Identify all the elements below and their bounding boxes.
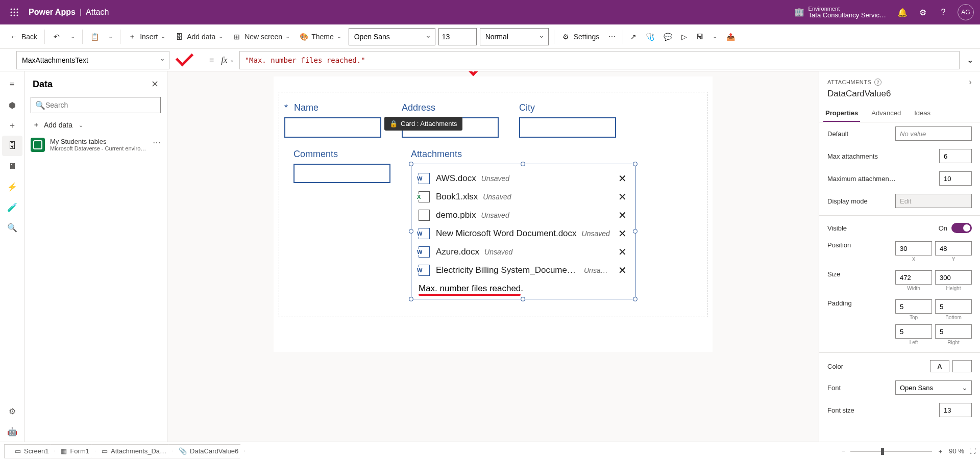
formula-expand-button[interactable]: ⌄ — [960, 55, 980, 65]
prop-padright-input[interactable] — [935, 324, 972, 339]
form[interactable]: Name Address 🔒 Card : Attachments City — [279, 92, 707, 317]
resize-handle[interactable] — [409, 229, 413, 234]
undo-button[interactable]: ↶ — [48, 27, 65, 46]
publish-button[interactable]: 📤 — [722, 27, 739, 46]
canvas-area[interactable]: Name Address 🔒 Card : Attachments City — [167, 71, 819, 442]
resize-handle[interactable] — [521, 297, 525, 301]
prop-y-input[interactable] — [935, 241, 972, 255]
breadcrumb-value[interactable]: 📎DataCardValue6 — [168, 444, 245, 458]
back-label: Back — [21, 33, 37, 41]
paste-menu[interactable]: ⌄ — [104, 27, 117, 46]
product-name[interactable]: Power Apps — [29, 8, 76, 17]
waffle-icon[interactable] — [6, 4, 22, 20]
property-select[interactable] — [16, 51, 169, 69]
paste-button[interactable]: 📋 — [86, 27, 103, 46]
prop-padbottom-input[interactable] — [935, 299, 972, 314]
attachments-control[interactable]: AWS.docxUnsaved✕Book1.xlsxUnsaved✕demo.p… — [411, 164, 635, 299]
settings-gear-icon[interactable]: ⚙ — [913, 2, 933, 22]
breadcrumb-form[interactable]: ▦Form1 — [50, 444, 96, 458]
insert-button[interactable]: ＋Insert⌄ — [124, 27, 169, 46]
back-button[interactable]: ←Back — [5, 27, 41, 46]
prop-width-input[interactable] — [895, 270, 932, 285]
remove-attachment-icon[interactable]: ✕ — [615, 264, 630, 276]
prop-font-color[interactable]: A — [930, 360, 949, 372]
resize-handle[interactable] — [633, 162, 638, 166]
prop-height-input[interactable] — [935, 270, 972, 285]
settings-button[interactable]: ⚙Settings — [557, 27, 604, 46]
theme-button[interactable]: 🎨Theme⌄ — [295, 27, 346, 46]
checker-button[interactable]: 🩺 — [642, 27, 658, 46]
data-search[interactable]: 🔍 — [31, 97, 161, 113]
zoom-in-button[interactable]: ＋ — [937, 447, 944, 456]
zoom-out-button[interactable]: − — [842, 447, 846, 455]
undo-menu[interactable]: ⌄ — [66, 27, 79, 46]
font-weight-select[interactable] — [480, 28, 549, 45]
data-search-input[interactable] — [45, 101, 156, 109]
remove-attachment-icon[interactable]: ✕ — [615, 172, 630, 185]
rail-media[interactable]: 🖥 — [2, 156, 22, 176]
resize-handle[interactable] — [633, 297, 638, 301]
city-input[interactable] — [519, 117, 616, 138]
rail-power-automate[interactable]: ⚡ — [2, 176, 22, 197]
prop-fill-color[interactable] — [952, 360, 972, 372]
play-button[interactable]: ▷ — [677, 27, 691, 46]
rail-variables[interactable]: 🧪 — [2, 197, 22, 217]
font-size-input[interactable] — [438, 28, 477, 45]
resize-handle[interactable] — [521, 162, 525, 166]
add-data-button[interactable]: 🗄Add data⌄ — [170, 27, 227, 46]
prop-default-input[interactable] — [895, 126, 972, 141]
prop-visible-toggle[interactable] — [951, 223, 972, 233]
rail-data[interactable]: 🗄 — [2, 136, 22, 156]
formula-input[interactable] — [239, 51, 960, 69]
info-icon[interactable]: ? — [874, 79, 881, 86]
data-source-item[interactable]: My Students tables Microsoft Dataverse -… — [24, 134, 167, 156]
environment-picker[interactable]: 🏢 Environment Tata Consultancy Servic… — [794, 6, 886, 19]
app-canvas[interactable]: Name Address 🔒 Card : Attachments City — [274, 76, 713, 352]
rail-virtual-agent[interactable]: 🤖 — [2, 421, 22, 442]
attachment-row: demo.pbixUnsaved✕ — [419, 206, 635, 224]
save-menu[interactable]: ⌄ — [708, 27, 721, 46]
prop-maxatt-input[interactable] — [939, 149, 972, 163]
fx-menu[interactable]: ⌄ — [230, 57, 234, 63]
rail-insert[interactable]: ⬢ — [2, 95, 22, 115]
remove-attachment-icon[interactable]: ✕ — [615, 246, 630, 258]
prop-x-input[interactable] — [895, 241, 932, 255]
comments-input[interactable] — [293, 164, 390, 183]
font-select[interactable] — [349, 28, 435, 45]
new-screen-button[interactable]: ⊞New screen⌄ — [228, 27, 294, 46]
close-panel-icon[interactable]: ✕ — [151, 79, 159, 90]
save-button[interactable]: 🖫 — [692, 27, 707, 46]
avatar[interactable]: AG — [958, 4, 974, 20]
comments-button[interactable]: 💬 — [659, 27, 676, 46]
resize-handle[interactable] — [409, 162, 413, 166]
resize-handle[interactable] — [409, 297, 413, 301]
rail-tree-view[interactable]: ≡ — [2, 74, 22, 95]
prop-fontsize-input[interactable] — [939, 403, 972, 417]
overflow-menu[interactable]: ⋯ — [604, 27, 620, 46]
rail-add[interactable]: ＋ — [2, 115, 22, 136]
expand-panel-icon[interactable]: › — [969, 78, 972, 87]
tab-ideas[interactable]: Ideas — [912, 104, 933, 122]
rail-search[interactable]: 🔍 — [2, 217, 22, 238]
remove-attachment-icon[interactable]: ✕ — [615, 209, 630, 221]
notifications-icon[interactable]: 🔔 — [892, 2, 913, 22]
zoom-slider[interactable] — [850, 451, 932, 452]
prop-padtop-input[interactable] — [895, 299, 932, 314]
breadcrumb-screen[interactable]: ▭Screen1 — [4, 444, 55, 458]
share-button[interactable]: ↗ — [626, 27, 641, 46]
prop-font-input[interactable] — [895, 380, 972, 395]
add-data-link[interactable]: ＋ Add data ⌄ — [24, 116, 167, 134]
help-icon[interactable]: ? — [933, 2, 953, 22]
tab-properties[interactable]: Properties — [823, 104, 860, 122]
name-input[interactable] — [284, 117, 381, 138]
remove-attachment-icon[interactable]: ✕ — [615, 191, 630, 203]
tab-advanced[interactable]: Advanced — [869, 104, 903, 122]
remove-attachment-icon[interactable]: ✕ — [615, 227, 630, 240]
rail-settings[interactable]: ⚙ — [2, 401, 22, 421]
prop-maxsize-input[interactable] — [939, 171, 972, 186]
resize-handle[interactable] — [633, 229, 638, 234]
prop-padleft-input[interactable] — [895, 324, 932, 339]
data-source-more-icon[interactable]: ⋯ — [153, 138, 161, 147]
breadcrumb-card[interactable]: ▭Attachments_Da… — [91, 444, 173, 458]
fit-screen-button[interactable]: ⛶ — [969, 447, 976, 455]
